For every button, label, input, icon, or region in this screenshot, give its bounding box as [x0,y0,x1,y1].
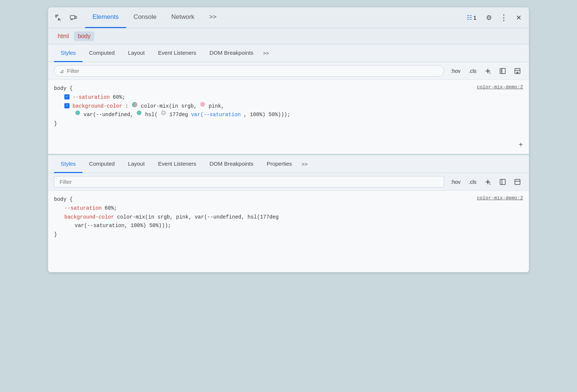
svg-rect-4 [75,16,77,18]
panel-bottom: Styles Computed Layout Event Listeners D… [48,155,529,272]
svg-rect-21 [500,179,505,185]
subtab-styles-1[interactable]: Styles [54,44,82,62]
svg-line-9 [489,72,490,74]
hov-button-top[interactable]: :hov [449,67,463,75]
messages-badge[interactable]: ☷ 1 [463,13,480,23]
cls-button-bottom[interactable]: .cls [466,178,479,186]
code-selector-bottom: body { [54,195,523,204]
subtab-styles-2[interactable]: Styles [54,155,82,173]
subtab-event-listeners-2[interactable]: Event Listeners [151,155,203,173]
panel-top: Styles Computed Layout Event Listeners D… [48,44,529,155]
filter-actions-top: :hov .cls [449,65,523,77]
code-closing-top: } [54,119,523,128]
prop-background-cont-bottom: var(--saturation, 100%) 50%))); [54,222,523,230]
checkbox-background-color[interactable] [64,103,70,108]
toggle-sidebar-button-bottom[interactable] [497,176,508,187]
settings-button[interactable]: ⚙ [483,12,495,24]
checkbox-saturation[interactable] [64,94,70,99]
subtab-layout-1[interactable]: Layout [121,44,151,62]
subtab-more-1[interactable]: >> [260,50,272,56]
cursor-icon[interactable] [53,12,64,24]
filter-bar-bottom: :hov .cls [48,173,529,191]
more-button[interactable]: ⋮ [498,12,510,24]
pink-swatch[interactable] [200,102,205,107]
svg-rect-0 [55,15,57,16]
hsl-circle-indicator[interactable] [161,111,166,115]
code-closing-bottom: } [54,230,523,239]
gear-icon: ⚙ [486,14,492,22]
breadcrumb-html[interactable]: html [54,31,72,41]
filter-input-wrap-bottom[interactable] [54,176,444,187]
teal-swatch-2[interactable] [137,111,141,115]
toolbar-right: ☷ 1 ⚙ ⋮ ✕ [463,12,524,24]
svg-rect-3 [70,16,75,19]
tab-more[interactable]: >> [202,7,224,28]
main-tab-nav: Elements Console Network >> [85,7,462,28]
prop-background-color-cont: var(--undefined, hsl( 177deg var(--satur… [54,111,523,119]
filter-icon-top: ⊿ [60,68,64,74]
color-mix-swatch[interactable] [132,102,137,107]
add-rule-button-bottom[interactable] [482,176,493,187]
breadcrumb-body[interactable]: body [74,31,94,41]
prop-background-color: background-color : color-mix(in srgb, pi… [54,102,523,111]
toggle-sidebar-button-top[interactable] [497,65,508,77]
subtab-more-2[interactable]: >> [298,161,310,167]
tab-console[interactable]: Console [126,7,164,28]
svg-rect-1 [57,15,58,16]
filter-input-wrap-top[interactable]: ⊿ [54,65,444,77]
subtab-layout-2[interactable]: Layout [121,155,151,173]
subtab-properties-2[interactable]: Properties [260,155,298,173]
filter-actions-bottom: :hov .cls [449,176,523,187]
subtab-computed-2[interactable]: Computed [82,155,121,173]
svg-line-20 [489,183,490,185]
subtab-dom-breakpoints-1[interactable]: DOM Breakpoints [203,44,260,62]
filter-input-top[interactable] [67,68,439,74]
subtab-dom-breakpoints-2[interactable]: DOM Breakpoints [203,155,260,173]
breadcrumb: html body [48,28,529,44]
expand-panel-button-bottom[interactable] [512,176,523,187]
filter-input-bottom[interactable] [60,179,439,185]
hov-button-bottom[interactable]: :hov [449,178,463,186]
prop-saturation: --saturation 60%; [54,93,523,102]
close-button[interactable]: ✕ [513,12,524,24]
filter-bar-top: ⊿ :hov .cls [48,62,529,80]
code-panel-bottom: color-mix-demo:2 body { --saturation 60%… [48,191,529,272]
more-icon: ⋮ [500,13,508,23]
add-property-button-top[interactable]: + [519,141,523,149]
subtab-event-listeners-1[interactable]: Event Listeners [151,44,203,62]
svg-rect-2 [55,16,57,17]
add-rule-button-top[interactable] [482,65,493,77]
close-icon: ✕ [516,14,522,22]
prop-background-bottom: background-color color-mix(in srgb, pink… [54,213,523,222]
toolbar-icons [53,12,79,24]
code-panel-top: color-mix-demo:2 body { --saturation 60%… [48,80,529,154]
tab-elements[interactable]: Elements [85,7,126,28]
code-source-top[interactable]: color-mix-demo:2 [477,84,523,90]
sub-tabs-top: Styles Computed Layout Event Listeners D… [48,44,529,62]
code-selector-top: body { [54,84,523,93]
teal-swatch-1[interactable] [75,111,80,115]
subtab-computed-1[interactable]: Computed [82,44,121,62]
cls-button-top[interactable]: .cls [466,67,479,75]
svg-rect-23 [515,179,520,185]
messages-icon: ☷ [467,14,472,21]
device-icon[interactable] [67,12,79,24]
code-source-bottom[interactable]: color-mix-demo:2 [477,195,523,201]
expand-panel-button-top[interactable] [512,65,523,77]
tab-network[interactable]: Network [164,7,202,28]
prop-saturation-bottom: --saturation 60%; [54,204,523,213]
sub-tabs-bottom: Styles Computed Layout Event Listeners D… [48,155,529,173]
devtools-toolbar: Elements Console Network >> ☷ 1 ⚙ ⋮ [48,7,529,28]
